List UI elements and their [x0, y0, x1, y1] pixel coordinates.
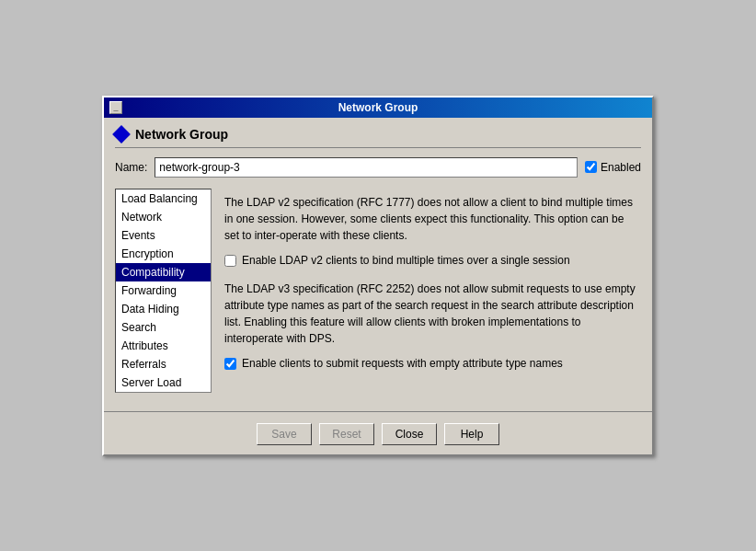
checkbox1-row: Enable LDAP v2 clients to bind multiple …: [224, 253, 636, 269]
close-button[interactable]: Close: [382, 423, 437, 445]
enabled-checkbox[interactable]: [585, 161, 597, 173]
paragraph2: The LDAP v3 specification (RFC 2252) doe…: [224, 281, 636, 347]
checkbox1-label: Enable LDAP v2 clients to bind multiple …: [242, 253, 570, 269]
sidebar: Load Balancing Network Events Encryption…: [115, 189, 212, 393]
page-title: Network Group: [135, 127, 228, 142]
reset-button[interactable]: Reset: [319, 423, 374, 445]
title-bar: _ Network Group: [104, 98, 652, 118]
sidebar-item-referrals[interactable]: Referrals: [116, 355, 211, 373]
save-button[interactable]: Save: [257, 423, 312, 445]
window-title: Network Group: [338, 101, 418, 114]
checkbox2-label: Enable clients to submit requests with e…: [242, 356, 563, 372]
title-bar-left: _: [109, 101, 122, 114]
name-label: Name:: [115, 161, 147, 174]
main-window: _ Network Group Network Group Name: Enab…: [102, 96, 654, 456]
sidebar-item-forwarding[interactable]: Forwarding: [116, 281, 211, 300]
paragraph1: The LDAP v2 specification (RFC 1777) doe…: [224, 194, 636, 244]
minimize-button[interactable]: _: [109, 101, 122, 114]
sidebar-item-network[interactable]: Network: [116, 208, 211, 226]
sidebar-item-compatibility[interactable]: Compatibility: [116, 263, 211, 281]
enabled-checkbox-row: Enabled: [585, 161, 641, 174]
window-content: Network Group Name: Enabled Load Balanci…: [104, 118, 652, 402]
name-row: Name: Enabled: [115, 157, 641, 178]
enabled-label: Enabled: [601, 161, 641, 174]
help-button[interactable]: Help: [444, 423, 499, 445]
sidebar-item-events[interactable]: Events: [116, 226, 211, 245]
main-area: Load Balancing Network Events Encryption…: [115, 189, 641, 393]
diamond-icon: [112, 125, 131, 143]
checkbox2[interactable]: [224, 358, 236, 370]
sidebar-item-attributes[interactable]: Attributes: [116, 337, 211, 355]
content-panel: The LDAP v2 specification (RFC 1777) doe…: [219, 189, 641, 393]
footer: Save Reset Close Help: [104, 411, 652, 454]
sidebar-item-encryption[interactable]: Encryption: [116, 245, 211, 263]
sidebar-item-load-balancing[interactable]: Load Balancing: [116, 189, 211, 208]
checkbox1[interactable]: [224, 255, 236, 267]
name-input[interactable]: [155, 157, 578, 178]
sidebar-item-server-load[interactable]: Server Load: [116, 373, 211, 392]
sidebar-item-search[interactable]: Search: [116, 318, 211, 337]
page-header: Network Group: [115, 127, 641, 148]
checkbox2-row: Enable clients to submit requests with e…: [224, 356, 636, 372]
sidebar-item-data-hiding[interactable]: Data Hiding: [116, 300, 211, 318]
